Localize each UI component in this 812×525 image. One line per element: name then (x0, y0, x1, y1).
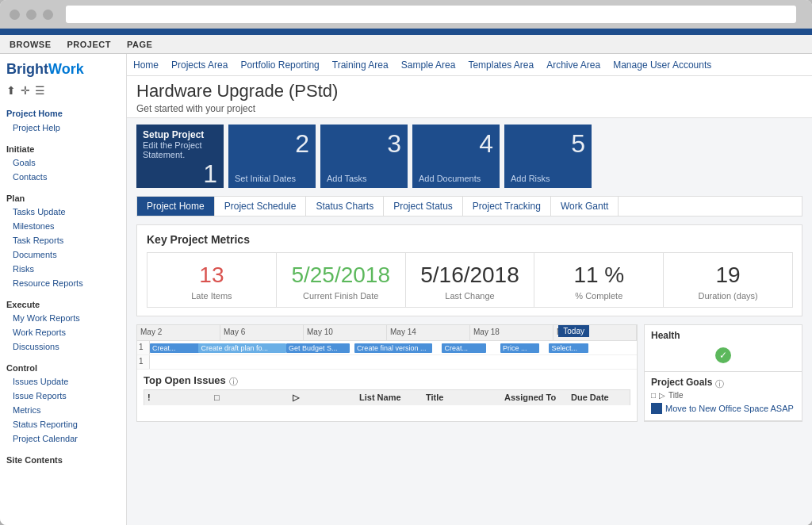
metrics-title: Key Project Metrics (147, 233, 792, 246)
sidebar-item-milestones[interactable]: Milestones (0, 219, 126, 233)
tile-5[interactable]: 5 Add Risks (504, 125, 592, 188)
gantt-body: 1 Creat... Create draft plan fo... Get B… (137, 341, 637, 370)
nav-item-sample-area[interactable]: Sample Area (401, 59, 456, 71)
sidebar-item-status-reporting[interactable]: Status Reporting (0, 417, 126, 431)
nav-item-manage-users[interactable]: Manage User Accounts (613, 59, 711, 71)
gantt-bar-1-2[interactable]: Create draft plan fo... (198, 343, 286, 353)
sidebar-item-project-home[interactable]: Project Home (0, 106, 126, 121)
sidebar-section-title-execute: Execute (0, 297, 126, 311)
minimize-button[interactable] (26, 10, 36, 20)
goals-item-label[interactable]: Move to New Office Space ASAP (665, 404, 794, 413)
gantt-row-id-1: 1 (137, 341, 150, 354)
sidebar-item-documents[interactable]: Documents (0, 247, 126, 262)
nav-bar: Home Projects Area Portfolio Reporting T… (127, 54, 812, 76)
sidebar-item-discussions[interactable]: Discussions (0, 339, 126, 354)
sidebar-section-execute: Execute My Work Reports Work Reports Dis… (0, 293, 126, 357)
tile-3-number: 3 (387, 129, 401, 159)
health-section: Health ✓ (645, 325, 802, 372)
page-header: Hardware Upgrade (PStd) Get started with… (127, 76, 812, 118)
tile-1-label: Setup Project (143, 129, 204, 140)
bottom-section: May 2 May 6 May 10 May 14 May 18 May 22 … (136, 324, 802, 422)
tile-1-sublabel: Edit the Project Statement. (143, 140, 217, 159)
ribbon-tab-project[interactable]: PROJECT (64, 38, 114, 51)
list-icon[interactable]: ☰ (35, 84, 45, 97)
gantt-today-label: Today (558, 325, 589, 337)
nav-item-portfolio-reporting[interactable]: Portfolio Reporting (240, 59, 319, 71)
sidebar-item-metrics[interactable]: Metrics (0, 403, 126, 417)
tile-1-number: 1 (203, 159, 217, 189)
tile-3[interactable]: 3 Add Tasks (320, 125, 408, 188)
sidebar-item-tasks-update[interactable]: Tasks Update (0, 205, 126, 219)
gantt-bar-1-6[interactable]: Price ... (500, 343, 539, 353)
sidebar-item-project-help[interactable]: Project Help (0, 121, 126, 135)
tile-5-number: 5 (571, 129, 585, 159)
gantt-section: May 2 May 6 May 10 May 14 May 18 May 22 … (136, 324, 638, 422)
tab-project-schedule[interactable]: Project Schedule (215, 197, 307, 216)
main-area: Home Projects Area Portfolio Reporting T… (127, 54, 812, 525)
tab-project-home[interactable]: Project Home (137, 197, 215, 216)
goals-col-flag: ▷ (659, 391, 665, 400)
sidebar-item-risks[interactable]: Risks (0, 262, 126, 276)
sidebar-section-title-initiate: Initiate (0, 141, 126, 155)
issues-info-icon: ⓘ (229, 376, 238, 388)
metric-card-last-change: 5/16/2018 Last Change (405, 252, 535, 308)
gantt-header: May 2 May 6 May 10 May 14 May 18 May 22 … (137, 325, 637, 341)
metrics-row: 13 Late Items 5/25/2018 Current Finish D… (147, 252, 792, 308)
ribbon-tab-page[interactable]: PAGE (124, 38, 155, 51)
goals-item-1[interactable]: Move to New Office Space ASAP (651, 401, 795, 416)
nav-item-projects-area[interactable]: Projects Area (171, 59, 228, 71)
close-button[interactable] (10, 10, 20, 20)
metric-label-pct-complete: % Complete (575, 291, 622, 301)
metric-value-last-change: 5/16/2018 (420, 262, 519, 288)
issues-col-title: Title (426, 393, 501, 403)
nav-item-training-area[interactable]: Training Area (332, 59, 389, 71)
tab-project-tracking[interactable]: Project Tracking (463, 197, 551, 216)
tab-project-status[interactable]: Project Status (384, 197, 463, 216)
tile-2[interactable]: 2 Set Initial Dates (228, 125, 316, 188)
issues-col-assignedto: Assigned To (504, 393, 568, 403)
title-bar (0, 0, 812, 29)
gantt-bar-1-4[interactable]: Create final version ... (354, 343, 432, 353)
app-window: BROWSE PROJECT PAGE BrightWork ⬆ ✛ ☰ Pro… (0, 0, 812, 525)
sidebar-item-work-reports[interactable]: Work Reports (0, 325, 126, 339)
goals-col-title: Title (668, 391, 684, 400)
issues-title: Top Open Issues (144, 374, 226, 386)
nav-item-archive-area[interactable]: Archive Area (546, 59, 600, 71)
tile-2-number: 2 (295, 129, 309, 159)
issues-col-icon: ! (147, 393, 211, 403)
sidebar-item-project-calendar[interactable]: Project Calendar (0, 431, 126, 446)
tile-4[interactable]: 4 Add Documents (412, 125, 500, 188)
sidebar-item-resource-reports[interactable]: Resource Reports (0, 276, 126, 290)
gantt-date-may10: May 10 (304, 325, 387, 340)
tab-work-gantt[interactable]: Work Gantt (551, 197, 619, 216)
nav-item-home[interactable]: Home (133, 59, 159, 71)
sidebar-item-issue-reports[interactable]: Issue Reports (0, 389, 126, 403)
gantt-date-may18: May 18 (470, 325, 553, 340)
sidebar-item-issues-update[interactable]: Issues Update (0, 374, 126, 389)
gantt-bar-1-5[interactable]: Creat... (442, 343, 485, 353)
gantt-bar-1-3[interactable]: Get Budget S... (286, 343, 350, 353)
gantt-bar-container-1: Creat... Create draft plan fo... Get Bud… (150, 341, 637, 354)
sidebar-section-title-site-contents: Site Contents (0, 452, 126, 466)
tab-status-charts[interactable]: Status Charts (306, 197, 384, 216)
upload-icon[interactable]: ⬆ (6, 84, 16, 97)
sidebar-item-contacts[interactable]: Contacts (0, 170, 126, 184)
goals-columns: □ ▷ Title (651, 391, 795, 400)
tile-4-number: 4 (479, 129, 493, 159)
metrics-section: Key Project Metrics 13 Late Items 5/25/2… (136, 224, 802, 316)
gantt-bar-1-7[interactable]: Select... (549, 343, 588, 353)
move-icon[interactable]: ✛ (21, 84, 30, 97)
sidebar-item-task-reports[interactable]: Task Reports (0, 233, 126, 247)
address-bar[interactable] (66, 6, 796, 23)
tile-1[interactable]: Setup Project Edit the Project Statement… (136, 125, 224, 188)
metric-label-finish-date: Current Finish Date (303, 291, 378, 301)
sidebar-item-goals[interactable]: Goals (0, 155, 126, 170)
sidebar-item-my-work-reports[interactable]: My Work Reports (0, 311, 126, 325)
ribbon-tab-browse[interactable]: BROWSE (6, 38, 55, 51)
sidebar-section-site-contents: Site Contents (0, 449, 126, 469)
issues-col-flag: ▷ (293, 393, 356, 403)
health-title: Health (651, 330, 795, 341)
maximize-button[interactable] (43, 10, 53, 20)
sidebar: BrightWork ⬆ ✛ ☰ Project Home Project He… (0, 54, 127, 525)
nav-item-templates-area[interactable]: Templates Area (468, 59, 534, 71)
